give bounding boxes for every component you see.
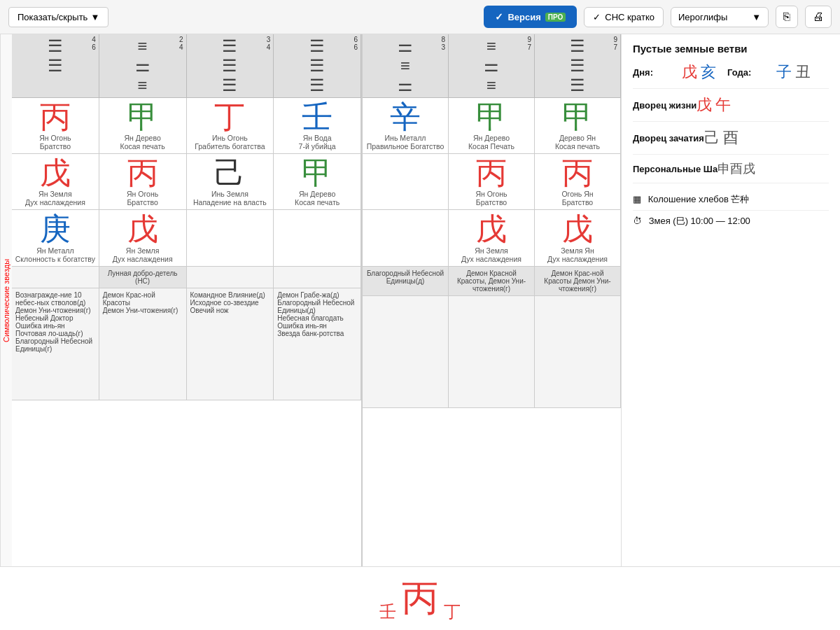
- info-panel: Пустые земные ветви Дня: 戊 亥 Года: 子 丑 Д…: [621, 34, 840, 566]
- info-row-sha: Персональные Ша 申酉戌: [633, 160, 829, 183]
- hieroglyphs-arrow-icon: ▼: [752, 12, 761, 22]
- sym-star-right-1: [449, 296, 535, 408]
- sym-stars-left: Лунная добро-детель (НС) Вознагражде-ние…: [12, 267, 361, 400]
- palace-conception-c1: 己: [704, 129, 720, 146]
- info-time: ⏱ Змея (巳) 10:00 — 12:00: [633, 211, 829, 232]
- bottom-area: 壬 丙 丁: [0, 566, 840, 630]
- palace-conception-label: Дворец зачатия: [633, 133, 704, 144]
- symbolic-stars-label: Символические звезды: [0, 34, 12, 566]
- char-cell-r1-2: 丁 Инь Огонь Грабитель богатства: [187, 98, 274, 154]
- char-cell-r1-0: 丙 Ян Огонь Братство: [12, 98, 99, 154]
- char-row1-right: 辛 Инь Металл Правильное Богатство 甲 Ян Д…: [363, 98, 621, 154]
- pro-badge: ПРО: [545, 13, 566, 22]
- palace-conception-value: 己 酉: [704, 127, 738, 148]
- palace-life-label: Дворец жизни: [633, 100, 696, 111]
- version-button[interactable]: ✓ Версия ПРО: [484, 6, 577, 28]
- bottom-char-left: 壬: [379, 601, 396, 623]
- event-icon: ▦: [633, 194, 641, 204]
- hex-cell-r0: 83 ⚌≡⚌: [363, 34, 449, 97]
- dropdown-arrow-icon: ▼: [90, 12, 99, 22]
- hieroglyphs-select[interactable]: Иероглифы ▼: [671, 7, 769, 27]
- char-cell-rr3-2: 戊 Земля Ян Дух наслаждения: [535, 210, 621, 266]
- show-hide-button[interactable]: Показать/скрыть ▼: [8, 7, 108, 27]
- day-char2: 亥: [701, 63, 716, 80]
- palace-life-c2: 午: [715, 96, 731, 113]
- palace-life-c1: 戊: [696, 96, 712, 113]
- info-row-palace-conception: Дворец зачатия 己 酉: [633, 127, 829, 155]
- char-cell-r2-1: 丙 Ян Огонь Братство: [99, 154, 187, 210]
- day-label: Дня:: [633, 67, 682, 78]
- cns-check-icon: ✓: [593, 12, 601, 22]
- year-char1: 子: [776, 63, 792, 80]
- sha-label: Персональные Ша: [633, 164, 718, 174]
- hex-cell-1: 24 ≡⚌≡: [99, 34, 187, 97]
- char-cell-rr2-0-empty: [363, 154, 449, 210]
- year-label: Года:: [727, 67, 776, 78]
- sym-header-0: [12, 267, 99, 288]
- char-cell-rr1-0: 辛 Инь Металл Правильное Богатство: [363, 98, 449, 154]
- sym-stars-right: Благородный Небесной Единицы(д) Демон Кр…: [363, 267, 621, 408]
- sym-star-right-0: [363, 296, 449, 408]
- char-cell-rr2-1: 丙 Ян Огонь Братство: [449, 154, 535, 210]
- char-cell-r3-3-empty: [274, 210, 361, 266]
- app-container: Показать/скрыть ▼ ✓ Версия ПРО ✓ СНС кра…: [0, 0, 840, 630]
- sym-header-2: [187, 267, 274, 288]
- sym-star-right-2: [535, 296, 621, 408]
- char-cell-r3-1: 戊 Ян Земля Дух наслаждения: [99, 210, 187, 266]
- char-cell-r3-2-empty: [187, 210, 274, 266]
- share-button[interactable]: ⎘: [776, 6, 798, 28]
- year-char2: 丑: [795, 63, 811, 80]
- time-icon: ⏱: [633, 216, 642, 226]
- char-cell-rr2-2: 丙 Огонь Ян Братство: [535, 154, 621, 210]
- hex-cell-3: 66 ☰☰☰: [274, 34, 361, 97]
- print-button[interactable]: 🖨: [805, 6, 832, 28]
- bottom-chars: 壬 丙 丁: [379, 574, 461, 623]
- char-cell-r3-0: 庚 Ян Металл Склонность к богатству: [12, 210, 99, 266]
- char-cell-r1-3: 壬 Ян Вода 7-й убийца: [274, 98, 361, 154]
- hex-cell-2: 34 ☰☰☰: [187, 34, 274, 97]
- info-row-day: Дня: 戊 亥 Года: 子 丑: [633, 62, 829, 89]
- time-text: Змея (巳) 10:00 — 12:00: [649, 216, 750, 226]
- toolbar: Показать/скрыть ▼ ✓ Версия ПРО ✓ СНС кра…: [0, 0, 840, 34]
- palace-conception-c2: 酉: [723, 129, 738, 146]
- bottom-char-right: 丁: [444, 601, 461, 623]
- char-row1-left: 丙 Ян Огонь Братство 甲 Ян Дерево Косая пе…: [12, 98, 361, 154]
- char-cell-rr1-1: 甲 Ян Дерево Косая Печать: [449, 98, 535, 154]
- sym-star-3: Демон Грабе-жа(д) Благородный Небесной Е…: [274, 288, 361, 400]
- cns-button[interactable]: ✓ СНС кратко: [584, 7, 664, 27]
- event-text: Колошение хлебов 芒种: [648, 194, 750, 204]
- bottom-char-main: 丙: [402, 574, 438, 623]
- day-char1: 戊: [682, 63, 697, 80]
- sym-header-right-1: Демон Красной Красоты, Демон Уни-чтожени…: [449, 267, 535, 296]
- show-hide-label: Показать/скрыть: [18, 12, 88, 22]
- print-icon: 🖨: [813, 10, 824, 22]
- hex-cell-r1: 97 ≡⚌≡: [449, 34, 535, 97]
- day-value: 戊 亥: [682, 62, 716, 83]
- hexagram-strip-right: 83 ⚌≡⚌ 97 ≡⚌≡ 97 ☰☰☰: [363, 34, 621, 98]
- char-row3-right: 戊 Ян Земля Дух наслаждения 戊 Земля Ян Ду…: [363, 210, 621, 266]
- char-row2-left: 戊 Ян Земля Дух наслаждения 丙 Ян Огонь Бр…: [12, 154, 361, 210]
- char-cell-r1-1: 甲 Ян Дерево Косая печать: [99, 98, 187, 154]
- char-cell-rr3-0-empty: [363, 210, 449, 266]
- char-cell-rr3-1: 戊 Ян Земля Дух наслаждения: [449, 210, 535, 266]
- sym-star-0: Вознагражде-ние 10 небес-ных стволов(д) …: [12, 288, 99, 400]
- sym-star-2: Командное Влияние(д) Исходное со-звездие…: [187, 288, 274, 400]
- info-title: Пустые земные ветви: [633, 43, 829, 55]
- char-cell-r2-3: 甲 Ян Дерево Косая печать: [274, 154, 361, 210]
- sym-header-right-2: Демон Крас-ной Красоты Демон Уни-чтожени…: [535, 267, 621, 296]
- sym-header-1: Лунная добро-детель (НС): [99, 267, 187, 288]
- hex-cell-0: 46 ☰☰: [12, 34, 99, 97]
- sym-header-right-0: Благородный Небесной Единицы(д): [363, 267, 449, 296]
- hieroglyphs-label: Иероглифы: [678, 12, 727, 22]
- char-cell-r2-0: 戊 Ян Земля Дух наслаждения: [12, 154, 99, 210]
- year-value: 子 丑: [776, 62, 811, 83]
- sym-star-1: Демон Крас-ной Красоты Демон Уни-чтожени…: [99, 288, 187, 400]
- right-3col-grid: 83 ⚌≡⚌ 97 ≡⚌≡ 97 ☰☰☰ 辛 Инь Металл Правил…: [362, 34, 621, 566]
- char-row3-left: 庚 Ян Металл Склонность к богатству 戊 Ян …: [12, 210, 361, 266]
- sym-header-3: [274, 267, 361, 288]
- palace-life-value: 戊 午: [696, 94, 731, 115]
- version-check-icon: ✓: [495, 11, 503, 22]
- share-icon: ⎘: [783, 10, 790, 22]
- cns-label: СНС кратко: [605, 12, 654, 22]
- char-cell-r2-2: 己 Инь Земля Нападение на власть: [187, 154, 274, 210]
